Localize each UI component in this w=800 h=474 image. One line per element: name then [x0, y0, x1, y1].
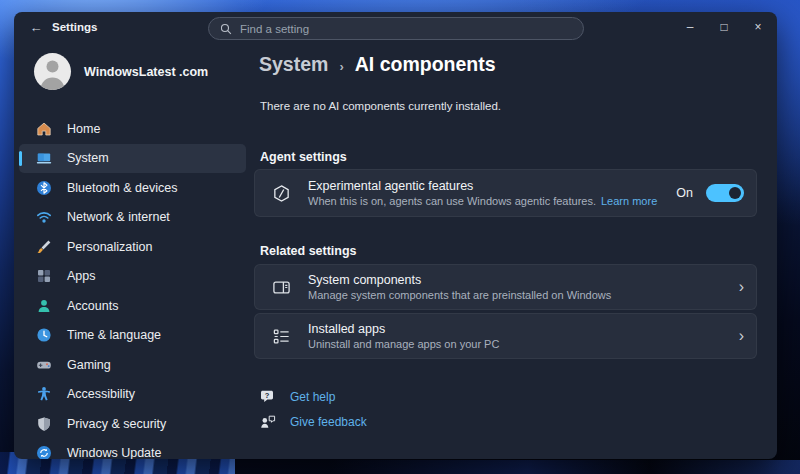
wallpaper-bloom-streak	[330, 460, 800, 474]
avatar-person-icon	[34, 53, 71, 90]
sidebar-item-label: Accessibility	[67, 387, 135, 401]
back-arrow-icon: ←	[30, 20, 43, 35]
empty-state-note: There are no AI components currently ins…	[260, 100, 501, 112]
home-icon	[36, 121, 52, 137]
system-components-title: System components	[308, 273, 729, 287]
sidebar-item-label: Network & internet	[67, 210, 170, 224]
svg-text:?: ?	[265, 391, 270, 400]
agentic-toggle-group: On	[676, 184, 744, 202]
close-button[interactable]: ×	[741, 12, 775, 42]
installed-apps-description: Uninstall and manage apps on your PC	[308, 338, 729, 350]
sidebar-item-bluetooth-devices[interactable]: Bluetooth & devices	[19, 173, 246, 202]
gaming-icon	[36, 357, 52, 373]
agentic-features-icon	[272, 184, 291, 203]
search-box[interactable]	[208, 17, 584, 40]
sidebar-item-privacy-security[interactable]: Privacy & security	[19, 409, 246, 438]
sidebar-item-label: Privacy & security	[67, 417, 166, 431]
agentic-features-description: When this is on, agents can use Windows …	[308, 195, 676, 207]
minimize-button[interactable]: –	[673, 12, 707, 42]
get-help-label: Get help	[290, 390, 335, 404]
bluetooth-icon	[36, 180, 52, 196]
account-name: WindowsLatest .com	[84, 65, 208, 79]
toggle-state-label: On	[676, 186, 693, 200]
privacy-security-icon	[36, 416, 52, 432]
page-title: AI components	[355, 53, 496, 76]
installed-apps-text: Installed apps Uninstall and manage apps…	[308, 322, 729, 350]
section-title-related-settings: Related settings	[260, 244, 357, 258]
sidebar-item-network-internet[interactable]: Network & internet	[19, 203, 246, 232]
back-button[interactable]: ←	[26, 19, 46, 37]
sidebar-item-label: Home	[67, 122, 100, 136]
search-input[interactable]	[240, 23, 572, 35]
avatar	[34, 53, 71, 90]
system-components-card[interactable]: System components Manage system componen…	[254, 264, 757, 310]
breadcrumb-chevron-icon: ›	[339, 59, 343, 74]
apps-icon	[36, 268, 52, 284]
installed-apps-title: Installed apps	[308, 322, 729, 336]
sidebar-item-label: Accounts	[67, 299, 118, 313]
learn-more-link[interactable]: Learn more	[601, 195, 657, 207]
toggle-knob	[729, 187, 741, 199]
installed-apps-icon	[272, 327, 291, 346]
get-help-icon: ?	[260, 389, 276, 405]
maximize-icon: □	[720, 20, 727, 34]
chevron-right-icon: ›	[739, 327, 744, 345]
agentic-features-card: Experimental agentic features When this …	[254, 169, 757, 217]
close-icon: ×	[754, 20, 761, 34]
settings-window: ← Settings – □ × WindowsLatest .com Home…	[14, 12, 777, 459]
agentic-features-text: Experimental agentic features When this …	[308, 179, 676, 207]
sidebar-item-label: System	[67, 151, 109, 165]
breadcrumb: System › AI components	[259, 53, 496, 76]
sidebar-nav: Home System Bluetooth & devices Network …	[19, 114, 246, 459]
get-help-link[interactable]: ? Get help	[260, 389, 335, 405]
agentic-toggle[interactable]	[706, 184, 744, 202]
sidebar-item-personalization[interactable]: Personalization	[19, 232, 246, 261]
sidebar-item-label: Windows Update	[67, 446, 162, 459]
search-icon	[220, 23, 232, 35]
agentic-features-description-text: When this is on, agents can use Windows …	[308, 195, 596, 207]
personalization-icon	[36, 239, 52, 255]
sidebar-item-gaming[interactable]: Gaming	[19, 350, 246, 379]
installed-apps-card[interactable]: Installed apps Uninstall and manage apps…	[254, 313, 757, 359]
give-feedback-label: Give feedback	[290, 415, 367, 429]
system-components-description: Manage system components that are preins…	[308, 289, 729, 301]
give-feedback-link[interactable]: Give feedback	[260, 414, 367, 430]
sidebar-item-label: Gaming	[67, 358, 111, 372]
sidebar-item-accessibility[interactable]: Accessibility	[19, 380, 246, 409]
system-components-text: System components Manage system componen…	[308, 273, 729, 301]
maximize-button[interactable]: □	[707, 12, 741, 42]
sidebar-item-windows-update[interactable]: Windows Update	[19, 439, 246, 460]
window-controls: – □ ×	[673, 12, 775, 42]
accessibility-icon	[36, 386, 52, 402]
system-components-icon	[272, 278, 291, 297]
sidebar-item-label: Personalization	[67, 240, 152, 254]
sidebar-item-system[interactable]: System	[19, 144, 246, 173]
account-header[interactable]: WindowsLatest .com	[34, 53, 208, 90]
time-language-icon	[36, 327, 52, 343]
app-title: Settings	[52, 21, 97, 33]
breadcrumb-parent[interactable]: System	[259, 53, 328, 76]
section-title-agent-settings: Agent settings	[260, 150, 347, 164]
sidebar-item-apps[interactable]: Apps	[19, 262, 246, 291]
sidebar-item-label: Time & language	[67, 328, 161, 342]
sidebar-item-home[interactable]: Home	[19, 114, 246, 143]
sidebar-item-label: Bluetooth & devices	[67, 181, 178, 195]
windows-update-icon	[36, 445, 52, 459]
agentic-features-title: Experimental agentic features	[308, 179, 676, 193]
sidebar-item-time-language[interactable]: Time & language	[19, 321, 246, 350]
network-icon	[36, 209, 52, 225]
accounts-icon	[36, 298, 52, 314]
sidebar-item-accounts[interactable]: Accounts	[19, 291, 246, 320]
give-feedback-icon	[260, 414, 276, 430]
minimize-icon: –	[687, 20, 694, 34]
chevron-right-icon: ›	[739, 278, 744, 296]
system-icon	[36, 150, 52, 166]
sidebar-item-label: Apps	[67, 269, 96, 283]
